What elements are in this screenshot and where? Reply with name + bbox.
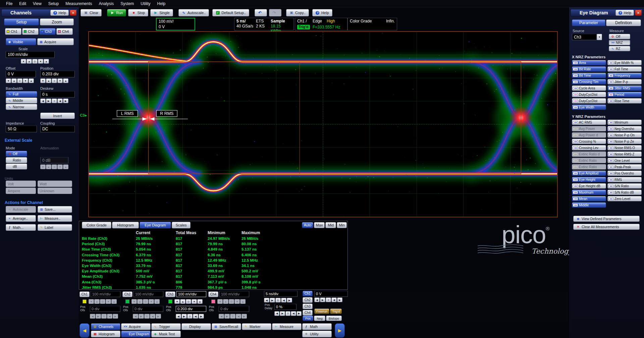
spinner-left-button[interactable]: ◀ xyxy=(107,314,112,319)
channel-led[interactable] xyxy=(125,299,129,303)
close-icon[interactable] xyxy=(635,10,642,16)
tab-parameter[interactable]: Parameter xyxy=(572,19,605,26)
parameter-toggle[interactable]: Extinc Ratio xyxy=(572,164,606,170)
spinner-zero-button[interactable]: 0 xyxy=(187,314,193,319)
spinner-up-button[interactable]: ▲ xyxy=(94,299,100,304)
parameter-toggle[interactable]: Neg Oversho xyxy=(607,126,642,131)
bottom-tab[interactable]: Histogram xyxy=(91,331,120,337)
spinner-down-button[interactable]: ▼ xyxy=(106,299,111,304)
spinner-down-button[interactable]: ▼ xyxy=(38,59,43,64)
channel-select-button[interactable]: Ch1 xyxy=(79,291,90,297)
parameter-toggle[interactable]: Avg Power d xyxy=(572,132,606,138)
parameter-toggle[interactable]: One Level xyxy=(607,158,642,163)
parameter-toggle[interactable]: Jitter RMS xyxy=(607,85,642,91)
spinner-left-button[interactable]: ◀ xyxy=(150,314,155,319)
channel-scale-field[interactable]: 100 mV/div xyxy=(176,291,206,297)
scroll-left-button[interactable] xyxy=(79,323,90,338)
spinner-left-button[interactable]: ◀ xyxy=(331,297,337,302)
bottom-tab[interactable]: Display xyxy=(181,323,211,330)
mode-mid-button[interactable]: Mid xyxy=(325,222,336,228)
bottom-tab[interactable]: Mask Test xyxy=(151,331,181,337)
parameter-toggle[interactable]: Peak-Peak xyxy=(607,164,642,170)
timebase-field[interactable]: 5 ns/div xyxy=(264,291,298,297)
parameter-toggle[interactable]: S/N Ratio xyxy=(607,183,642,189)
spinner-down-button[interactable]: ▼ xyxy=(131,299,137,304)
trigger-slope-button[interactable]: Pos xyxy=(303,316,313,321)
parameter-toggle[interactable]: Period xyxy=(607,92,642,97)
spinner-down-button[interactable]: ▼ xyxy=(40,78,46,83)
spinner-zero-button[interactable]: 0 xyxy=(230,314,235,319)
parameter-toggle[interactable]: Frequency xyxy=(607,73,642,78)
spinner-down-button[interactable]: ▼ xyxy=(192,299,197,304)
spinner-zero-button[interactable]: 0 xyxy=(144,314,150,319)
spinner-right-button[interactable]: ▶ xyxy=(280,311,285,316)
spinner-left-button[interactable]: ◀ xyxy=(57,98,63,103)
parameter-toggle[interactable]: Bit Rate xyxy=(572,66,606,72)
help-button[interactable]: Help xyxy=(50,10,69,16)
toolbar-button[interactable]: Help xyxy=(312,9,332,16)
spinner-digit-button[interactable]: D xyxy=(143,299,148,304)
toolbar-button[interactable] xyxy=(255,9,267,16)
spinner-up-button[interactable]: ▲ xyxy=(63,78,68,83)
toolbar-button[interactable]: Copy.. xyxy=(286,9,309,16)
spinner-down-button[interactable]: ▼ xyxy=(89,299,94,304)
eye-diagram-plot[interactable]: L RMS R RMS xyxy=(88,31,558,217)
spinner-right-button[interactable]: ▶ xyxy=(337,297,342,302)
menu-item[interactable]: View xyxy=(30,1,45,7)
source-dropdown[interactable]: Ch3 ▼ xyxy=(572,34,602,40)
menu-item[interactable]: Edit xyxy=(16,1,30,7)
channel-select-button[interactable]: Ch2 xyxy=(122,291,132,297)
spinner-right-button[interactable]: ▶ xyxy=(270,298,275,302)
parameter-toggle[interactable]: Eye Height dB xyxy=(572,183,606,189)
trigger-source-button[interactable]: Ch2 xyxy=(303,297,313,303)
spinner-left-button[interactable]: ◀ xyxy=(193,314,198,319)
parameter-toggle[interactable]: Noise RMS O xyxy=(607,145,642,150)
menu-item[interactable]: Setup xyxy=(45,1,62,7)
visible-button[interactable]: Visible xyxy=(6,38,36,45)
spinner-right-button[interactable]: ▶ xyxy=(241,314,247,319)
toolbar-button[interactable]: Single xyxy=(150,9,173,16)
spinner-left-button[interactable]: ◀ xyxy=(90,314,95,319)
bottom-tab[interactable]: Eye Diagram xyxy=(121,331,151,337)
spinner-right-button[interactable]: ▶ xyxy=(297,311,302,316)
parameter-toggle[interactable]: Jitter P-p xyxy=(607,79,642,84)
parameter-toggle[interactable]: Crossing Lev xyxy=(572,145,606,150)
bottom-tab[interactable]: Trigger xyxy=(151,323,181,330)
spinner-digit-button[interactable]: D xyxy=(229,299,234,304)
delay-field[interactable]: 0 % xyxy=(274,304,297,310)
channel-scale-field[interactable]: 100 mV/div xyxy=(219,291,249,297)
spinner-digit-button[interactable]: D xyxy=(32,59,38,64)
channel-select-button[interactable]: Ch3 xyxy=(165,291,175,297)
spinner-right-button[interactable]: ▶ xyxy=(46,98,51,103)
channel-led[interactable] xyxy=(83,299,87,303)
spinner-right-button[interactable]: ▶ xyxy=(181,314,187,319)
spinner-up-button[interactable]: ▲ xyxy=(240,299,246,304)
parameter-toggle[interactable]: Area xyxy=(572,60,606,65)
tab-eye-diagram[interactable]: Eye Diagram xyxy=(140,222,171,228)
spinner-left-button[interactable]: ◀ xyxy=(40,98,46,103)
parameter-toggle[interactable]: Crossing % xyxy=(572,139,606,144)
spinner-up-button[interactable]: ▲ xyxy=(197,299,203,304)
measure-option[interactable]: NRZ xyxy=(609,40,630,45)
parameter-toggle[interactable]: DutyCycDist xyxy=(572,98,606,104)
scale-field[interactable]: 100 mV/div xyxy=(6,51,55,58)
spinner-down-button[interactable]: ▼ xyxy=(23,78,28,83)
parameter-toggle[interactable]: Eye Height xyxy=(572,177,606,182)
spinner-down-button[interactable]: ▼ xyxy=(21,59,26,64)
freerun-button[interactable]: Freerun xyxy=(314,309,329,314)
menu-item[interactable]: Utility xyxy=(137,1,154,7)
spinner-digit-button[interactable]: D xyxy=(275,298,281,302)
spinner-up-button[interactable]: ▲ xyxy=(180,299,185,304)
tab-histogram[interactable]: Histogram xyxy=(112,222,139,228)
spinner-down-button[interactable]: ▼ xyxy=(217,299,223,304)
bandwidth-option[interactable]: Middle xyxy=(6,97,37,104)
trigger-source-button[interactable]: Ch4 xyxy=(303,310,313,316)
spinner-left-button[interactable]: ◀ xyxy=(264,298,269,302)
trigger-slope-button[interactable]: Neg xyxy=(314,316,325,321)
channel-action-button[interactable]: Math... xyxy=(6,224,36,231)
parameter-toggle[interactable]: DutyCycDist xyxy=(572,92,606,97)
tab-zoom[interactable]: Zoom xyxy=(40,18,74,25)
parameter-toggle[interactable]: Noise P-p Ze xyxy=(607,139,642,144)
channel-position-field[interactable]: 0.203 div xyxy=(176,306,206,312)
parameter-toggle[interactable]: Zero Level xyxy=(607,196,642,201)
